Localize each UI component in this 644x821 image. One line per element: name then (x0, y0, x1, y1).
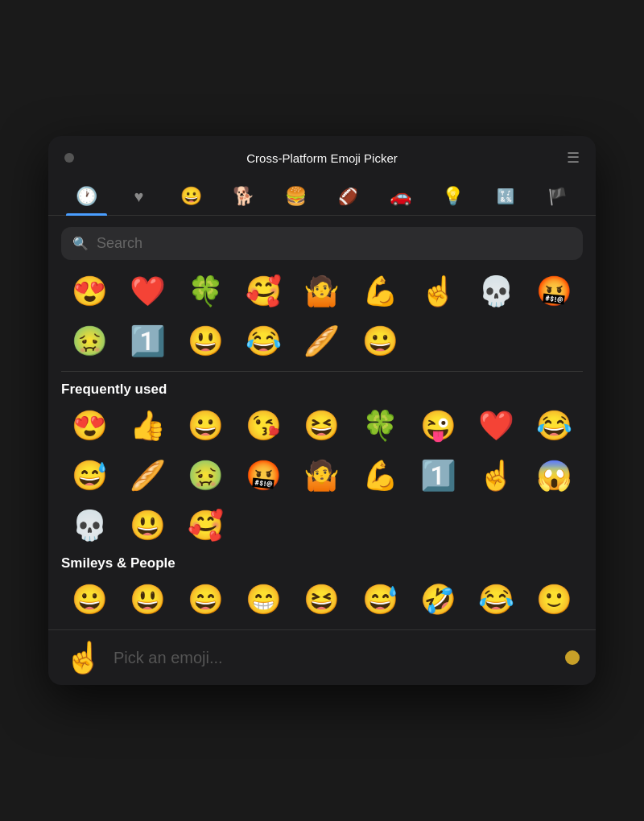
emoji-fu-9[interactable]: 😂 (526, 406, 583, 446)
emoji-🤢[interactable]: 🤢 (61, 321, 118, 361)
recent-grid-1: 😍 ❤️ 🍀 🥰 🤷 💪 ☝️ 💀 🤬 (61, 271, 583, 311)
tab-activities[interactable]: 🏈 (323, 180, 374, 214)
frequently-used-grid-1: 😍 👍 😀 😘 😆 🍀 😜 ❤️ 😂 (61, 406, 583, 446)
tab-animals[interactable]: 🐕 (218, 179, 269, 215)
frequently-used-grid-2: 😅 🥖 🤢 🤬 🤷 💪 1️⃣ ☝️ 😱 (61, 456, 583, 496)
emoji-fu-10[interactable]: 😅 (61, 456, 118, 496)
bottom-bar: ☝️ Pick an emoji... (48, 629, 596, 685)
emoji-fu-16[interactable]: 1️⃣ (410, 456, 466, 496)
emoji-🥰[interactable]: 🥰 (236, 271, 292, 311)
minimize-button[interactable] (64, 153, 74, 163)
emoji-fu-21[interactable]: 🥰 (177, 505, 233, 546)
section-frequently-used: Frequently used (61, 382, 583, 398)
emoji-💀[interactable]: 💀 (469, 271, 525, 311)
emoji-fu-6[interactable]: 🍀 (352, 406, 408, 446)
emoji-fu-1[interactable]: 😍 (61, 406, 118, 446)
emoji-sp-4[interactable]: 😁 (236, 580, 292, 620)
emoji-fu-3[interactable]: 😀 (177, 406, 233, 446)
emoji-sp-7[interactable]: 🤣 (410, 580, 466, 620)
section-smileys: Smileys & People (61, 555, 583, 571)
emoji-❤️[interactable]: ❤️ (119, 271, 175, 311)
emoji-fu-13[interactable]: 🤬 (236, 456, 292, 496)
tab-smileys[interactable]: 😀 (166, 179, 217, 215)
emoji-fu-19[interactable]: 💀 (61, 505, 118, 546)
emoji-sp-1[interactable]: 😀 (61, 580, 118, 620)
search-icon: 🔍 (72, 236, 89, 251)
emoji-fu-11[interactable]: 🥖 (119, 456, 175, 496)
emoji-🥖[interactable]: 🥖 (294, 321, 350, 361)
emoji-fu-20[interactable]: 😃 (119, 505, 175, 546)
menu-icon[interactable]: ☰ (567, 149, 580, 167)
tab-symbols[interactable]: 🔣 (480, 181, 530, 213)
emoji-1️⃣[interactable]: 1️⃣ (119, 321, 175, 361)
emoji-🤬[interactable]: 🤬 (526, 271, 583, 311)
emoji-fu-18[interactable]: 😱 (526, 456, 583, 496)
emoji-fu-12[interactable]: 🤢 (177, 456, 233, 496)
recent-grid-2: 🤢 1️⃣ 😃 😂 🥖 😀 (61, 321, 583, 361)
skin-tone-dot[interactable] (565, 650, 580, 665)
tab-flags[interactable]: 🏴 (532, 180, 583, 214)
emoji-area: 😍 ❤️ 🍀 🥰 🤷 💪 ☝️ 💀 🤬 🤢 1️⃣ 😃 😂 🥖 😀 Freque… (48, 271, 596, 629)
category-tabs: 🕐 ♥ 😀 🐕 🍔 🏈 🚗 💡 🔣 🏴 (48, 176, 596, 216)
emoji-fu-2[interactable]: 👍 (119, 406, 175, 446)
emoji-😂[interactable]: 😂 (236, 321, 292, 361)
emoji-fu-7[interactable]: 😜 (410, 406, 466, 446)
search-input[interactable] (97, 235, 572, 252)
emoji-😍[interactable]: 😍 (61, 271, 118, 311)
emoji-fu-4[interactable]: 😘 (236, 406, 292, 446)
divider-1 (61, 371, 583, 372)
emoji-picker-window: Cross-Platform Emoji Picker ☰ 🕐 ♥ 😀 🐕 🍔 … (48, 136, 596, 685)
smileys-grid-1: 😀 😃 😄 😁 😆 😅 🤣 😂 🙂 (61, 580, 583, 620)
emoji-😀2[interactable]: 😀 (352, 321, 408, 361)
tab-recent[interactable]: 🕐 (61, 179, 112, 215)
emoji-sp-2[interactable]: 😃 (119, 580, 175, 620)
window-title: Cross-Platform Emoji Picker (246, 151, 398, 165)
tab-objects[interactable]: 💡 (427, 179, 478, 215)
emoji-sp-3[interactable]: 😄 (177, 580, 233, 620)
emoji-sp-8[interactable]: 😂 (469, 580, 525, 620)
frequently-used-grid-3: 💀 😃 🥰 (61, 505, 583, 546)
tab-travel[interactable]: 🚗 (375, 179, 426, 215)
emoji-sp-6[interactable]: 😅 (352, 580, 408, 620)
emoji-fu-8[interactable]: ❤️ (469, 406, 525, 446)
emoji-sp-5[interactable]: 😆 (294, 580, 350, 620)
tab-hearts[interactable]: ♥ (114, 181, 164, 214)
emoji-fu-17[interactable]: ☝️ (469, 456, 525, 496)
emoji-🍀[interactable]: 🍀 (177, 271, 233, 311)
search-bar: 🔍 (48, 216, 596, 271)
emoji-fu-5[interactable]: 😆 (294, 406, 350, 446)
emoji-sp-9[interactable]: 🙂 (526, 580, 583, 620)
emoji-☝️[interactable]: ☝️ (410, 271, 466, 311)
emoji-🤷[interactable]: 🤷 (294, 271, 350, 311)
emoji-fu-14[interactable]: 🤷 (294, 456, 350, 496)
search-wrapper: 🔍 (61, 227, 583, 260)
emoji-💪[interactable]: 💪 (352, 271, 408, 311)
bottom-placeholder[interactable]: Pick an emoji... (114, 649, 554, 667)
titlebar: Cross-Platform Emoji Picker ☰ (48, 136, 596, 176)
emoji-fu-15[interactable]: 💪 (352, 456, 408, 496)
selected-emoji: ☝️ (64, 640, 102, 675)
tab-food[interactable]: 🍔 (270, 179, 321, 215)
emoji-😃[interactable]: 😃 (177, 321, 233, 361)
window-controls (64, 153, 74, 163)
